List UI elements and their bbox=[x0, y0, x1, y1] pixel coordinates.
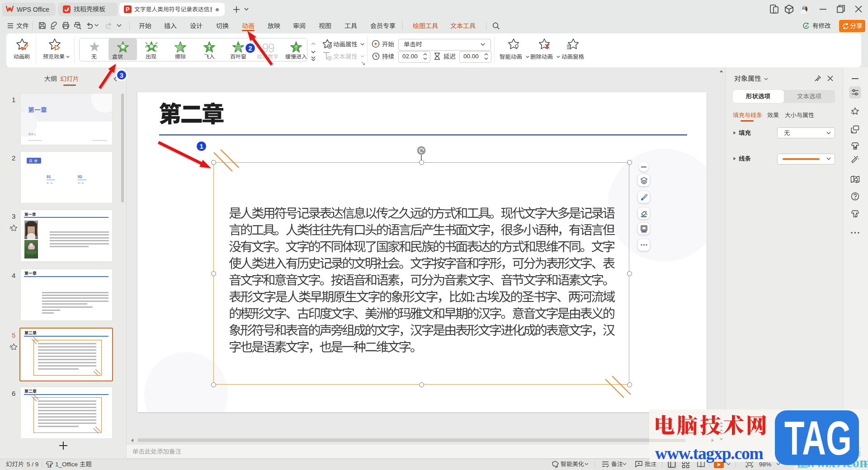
svg-text:P: P bbox=[126, 6, 129, 13]
